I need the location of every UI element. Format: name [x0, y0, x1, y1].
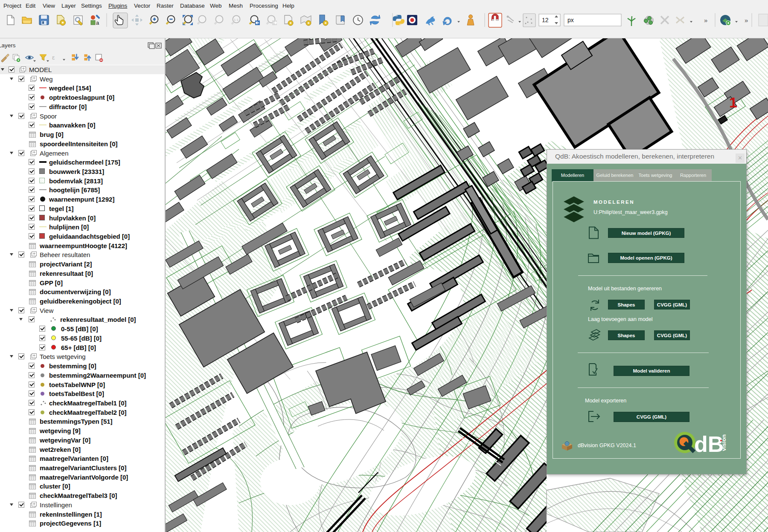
svg-text:»: »: [745, 17, 748, 24]
svg-text:12: 12: [542, 17, 549, 23]
svg-text:1: 1: [729, 94, 737, 110]
svg-text:px: px: [567, 17, 574, 23]
svg-text:1:1: 1:1: [234, 18, 239, 22]
svg-text:»: »: [704, 17, 707, 24]
svg-text:ε: ε: [52, 54, 55, 61]
svg-text:dB: dB: [694, 432, 724, 455]
svg-text:a: a: [96, 20, 99, 26]
svg-text:vision: vision: [721, 434, 727, 451]
